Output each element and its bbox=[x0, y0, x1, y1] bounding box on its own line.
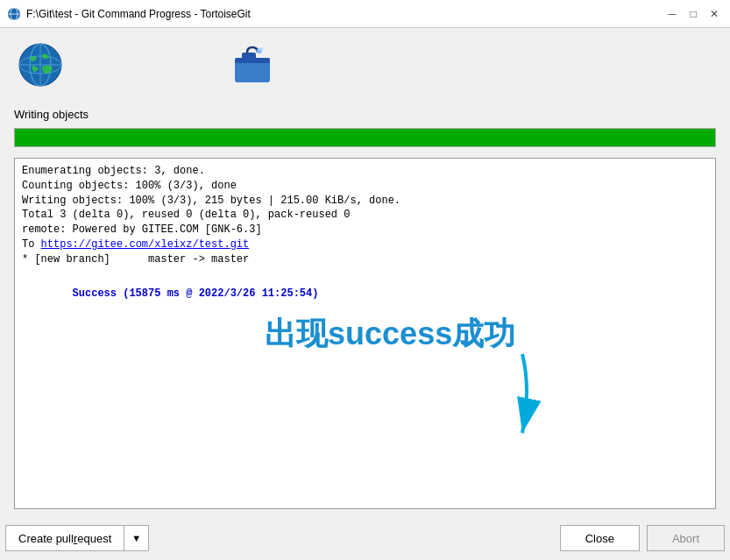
repo-link[interactable]: https://gitee.com/xleixz/test.git bbox=[41, 238, 250, 251]
icons-row bbox=[14, 42, 716, 90]
pull-request-group: Create pull request ▼ bbox=[5, 525, 149, 551]
output-area[interactable]: Enumerating objects: 3, done. Counting o… bbox=[14, 158, 716, 509]
progress-container bbox=[14, 128, 716, 147]
close-button[interactable]: Close bbox=[560, 525, 640, 551]
title-bar: F:\Git\test - Git Command Progress - Tor… bbox=[0, 0, 730, 28]
output-line: * [new branch] master -> master bbox=[22, 252, 708, 267]
button-bar: Create pull request ▼ Close Abort bbox=[0, 516, 730, 560]
dropdown-button[interactable]: ▼ bbox=[124, 525, 149, 551]
svg-rect-11 bbox=[235, 58, 270, 63]
output-line: Writing objects: 100% (3/3), 215 bytes |… bbox=[22, 194, 708, 209]
output-line: Total 3 (delta 0), reused 0 (delta 0), p… bbox=[22, 208, 708, 223]
status-label: Writing objects bbox=[14, 108, 716, 121]
abort-button[interactable]: Abort bbox=[647, 525, 725, 551]
main-content: Writing objects Enumerating objects: 3, … bbox=[0, 28, 730, 516]
success-line: Success (15875 ms @ 2022/3/26 11:25:54) bbox=[22, 273, 708, 316]
maximize-button[interactable]: □ bbox=[684, 5, 702, 23]
window-title: F:\Git\test - Git Command Progress - Tor… bbox=[26, 8, 663, 20]
window-controls: ─ □ ✕ bbox=[663, 5, 723, 23]
minimize-button[interactable]: ─ bbox=[663, 5, 681, 23]
chevron-down-icon: ▼ bbox=[131, 533, 141, 543]
pull-request-button[interactable]: Create pull request bbox=[5, 525, 124, 551]
arrow-indicator bbox=[487, 345, 557, 456]
watermark-overlay: 出现success成功 bbox=[265, 311, 515, 355]
close-window-button[interactable]: ✕ bbox=[705, 5, 723, 23]
globe-icon bbox=[18, 42, 63, 90]
app-icon bbox=[7, 7, 21, 21]
output-line: To https://gitee.com/xleixz/test.git bbox=[22, 237, 708, 252]
folder-icon bbox=[230, 42, 275, 90]
progress-bar bbox=[15, 129, 715, 146]
output-line: Counting objects: 100% (3/3), done bbox=[22, 179, 708, 194]
output-line: remote: Powered by GITEE.COM [GNK-6.3] bbox=[22, 223, 708, 237]
success-text: Success (15875 ms @ 2022/3/26 11:25:54) bbox=[73, 287, 319, 300]
output-line: Enumerating objects: 3, done. bbox=[22, 164, 708, 179]
svg-point-13 bbox=[259, 47, 263, 51]
